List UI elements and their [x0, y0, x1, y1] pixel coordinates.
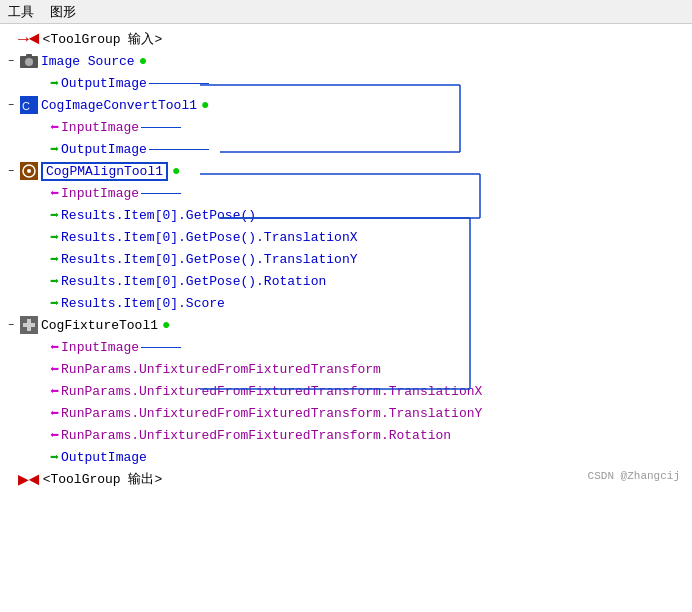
cog-align-node[interactable]: − CogPMAlignTool1 ● — [0, 160, 692, 182]
cog-convert-expand[interactable]: − — [4, 98, 18, 112]
arrow-right-icon-6: ➡ — [50, 272, 59, 291]
results-translationy-label: Results.Item[0].GetPose().TranslationY — [61, 252, 357, 267]
arrow-right-icon-4: ➡ — [50, 228, 59, 247]
main-content: →◄ <ToolGroup 输入> − Image Source ● — [0, 24, 692, 612]
output-image-1-node: ➡ OutputImage — [0, 72, 692, 94]
results-translationy-node: ➡ Results.Item[0].GetPose().TranslationY — [0, 248, 692, 270]
menu-tools[interactable]: 工具 — [8, 3, 34, 21]
runparams-unfixture-label: RunParams.UnfixturedFromFixturedTransfor… — [61, 362, 381, 377]
results-getpose-label: Results.Item[0].GetPose() — [61, 208, 256, 223]
results-score-label: Results.Item[0].Score — [61, 296, 225, 311]
menu-bar: 工具 图形 — [0, 0, 692, 24]
cog-align-expand[interactable]: − — [4, 164, 18, 178]
input-image-3-label: InputImage — [61, 340, 139, 355]
cog-fixture-label: CogFixtureTool1 — [41, 318, 158, 333]
cog-convert-icon: C — [20, 96, 38, 114]
image-source-label: Image Source — [41, 54, 135, 69]
toolgroup-input-node: →◄ <ToolGroup 输入> — [0, 28, 692, 50]
cog-fixture-node[interactable]: − CogFixtureTool1 ● — [0, 314, 692, 336]
runparams-translationx-node: ⬅ RunParams.UnfixturedFromFixturedTransf… — [0, 380, 692, 402]
arrow-left-icon-7: ⬅ — [50, 426, 59, 445]
results-rotation-node: ➡ Results.Item[0].GetPose().Rotation — [0, 270, 692, 292]
svg-rect-11 — [26, 54, 32, 57]
output-image-3-label: OutputImage — [61, 450, 147, 465]
results-getpose-node: ➡ Results.Item[0].GetPose() — [0, 204, 692, 226]
results-score-node: ➡ Results.Item[0].Score — [0, 292, 692, 314]
cog-convert-dot: ● — [201, 97, 209, 113]
cog-align-dot: ● — [172, 163, 180, 179]
svg-text:C: C — [22, 100, 30, 112]
arrow-left-icon-4: ⬅ — [50, 360, 59, 379]
output-image-1-label: OutputImage — [61, 76, 147, 91]
toolgroup-out-icon: ▶◄ — [18, 468, 40, 490]
input-image-2-node: ⬅ InputImage — [0, 182, 692, 204]
image-source-dot: ● — [139, 53, 147, 69]
cog-convert-label: CogImageConvertTool1 — [41, 98, 197, 113]
svg-point-10 — [25, 58, 33, 66]
arrow-right-icon-2: ➡ — [50, 140, 59, 159]
tree-container: →◄ <ToolGroup 输入> − Image Source ● — [0, 28, 692, 490]
arrow-right-icon-5: ➡ — [50, 250, 59, 269]
svg-rect-19 — [27, 319, 31, 331]
toolgroup-in-icon: →◄ — [18, 29, 40, 49]
input-image-3-node: ⬅ InputImage — [0, 336, 692, 358]
image-source-node[interactable]: − Image Source ● — [0, 50, 692, 72]
output-image-2-label: OutputImage — [61, 142, 147, 157]
input-image-1-node: ⬅ InputImage — [0, 116, 692, 138]
arrow-right-icon-3: ➡ — [50, 206, 59, 225]
results-translationx-label: Results.Item[0].GetPose().TranslationX — [61, 230, 357, 245]
input-image-2-label: InputImage — [61, 186, 139, 201]
output-image-2-node: ➡ OutputImage — [0, 138, 692, 160]
arrow-left-icon-5: ⬅ — [50, 382, 59, 401]
results-translationx-node: ➡ Results.Item[0].GetPose().TranslationX — [0, 226, 692, 248]
arrow-right-icon-8: ➡ — [50, 448, 59, 467]
cog-fixture-icon — [20, 316, 38, 334]
toolgroup-input-label: <ToolGroup 输入> — [43, 30, 163, 48]
arrow-right-icon-1: ➡ — [50, 74, 59, 93]
arrow-left-icon-6: ⬅ — [50, 404, 59, 423]
image-source-expand[interactable]: − — [4, 54, 18, 68]
cog-fixture-dot: ● — [162, 317, 170, 333]
toolgroup-output-label: <ToolGroup 输出> — [43, 470, 163, 488]
runparams-translationy-node: ⬅ RunParams.UnfixturedFromFixturedTransf… — [0, 402, 692, 424]
menu-graphics[interactable]: 图形 — [50, 3, 76, 21]
runparams-unfixture-node: ⬅ RunParams.UnfixturedFromFixturedTransf… — [0, 358, 692, 380]
input-image-1-label: InputImage — [61, 120, 139, 135]
arrow-right-icon-7: ➡ — [50, 294, 59, 313]
cog-convert-node[interactable]: − C CogImageConvertTool1 ● — [0, 94, 692, 116]
cog-align-icon — [20, 162, 38, 180]
cog-align-label-highlight: CogPMAlignTool1 — [41, 162, 168, 181]
runparams-rotation-node: ⬅ RunParams.UnfixturedFromFixturedTransf… — [0, 424, 692, 446]
output-image-3-node: ➡ OutputImage — [0, 446, 692, 468]
arrow-left-icon-3: ⬅ — [50, 338, 59, 357]
image-source-icon — [20, 54, 38, 69]
results-rotation-label: Results.Item[0].GetPose().Rotation — [61, 274, 326, 289]
svg-point-16 — [27, 169, 31, 173]
arrow-left-icon-2: ⬅ — [50, 184, 59, 203]
tree-panel: →◄ <ToolGroup 输入> − Image Source ● — [0, 24, 692, 612]
runparams-translationx-label: RunParams.UnfixturedFromFixturedTransfor… — [61, 384, 482, 399]
arrow-left-icon-1: ⬅ — [50, 118, 59, 137]
runparams-translationy-label: RunParams.UnfixturedFromFixturedTransfor… — [61, 406, 482, 421]
runparams-rotation-label: RunParams.UnfixturedFromFixturedTransfor… — [61, 428, 451, 443]
watermark: CSDN @Zhangcij — [588, 470, 680, 482]
cog-fixture-expand[interactable]: − — [4, 318, 18, 332]
